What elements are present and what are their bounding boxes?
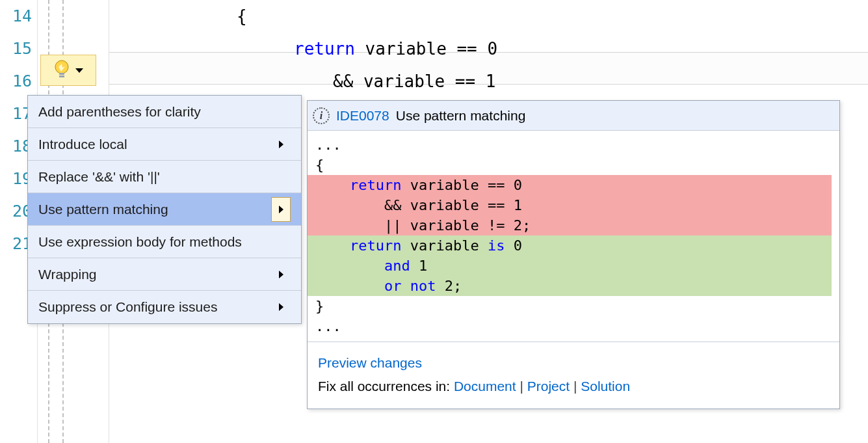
diff-context: ... [315,137,341,153]
diagnostic-id-link[interactable]: IDE0078 [336,108,389,124]
code-token: variable == 0 [355,39,497,59]
fix-preview-panel: i IDE0078 Use pattern matching ... { ret… [307,100,840,409]
preview-changes-link[interactable]: Preview changes [318,355,422,370]
fix-solution-link[interactable]: Solution [581,379,630,394]
lightbulb-quick-actions-button[interactable] [40,55,96,86]
menu-item-use-expression-body[interactable]: Use expression body for methods [28,226,301,258]
separator: | [516,379,527,394]
menu-item-replace-and-or[interactable]: Replace '&&' with '||' [28,161,301,193]
menu-item-label: Replace '&&' with '||' [38,169,160,185]
preview-footer: Preview changes Fix all occurrences in: … [308,342,839,409]
svg-rect-1 [59,73,64,75]
submenu-arrow-icon [271,132,291,157]
diagnostic-title: Use pattern matching [396,108,526,124]
info-icon: i [313,107,330,124]
separator: | [570,379,581,394]
menu-item-label: Add parentheses for clarity [38,104,201,120]
diff-added-line: return variable is 0 and 1 or not 2; [308,235,832,296]
line-number: 14 [0,0,37,33]
preview-header: i IDE0078 Use pattern matching [308,101,839,131]
lightbulb-icon [53,60,70,81]
line-number: 16 [0,65,37,98]
menu-item-suppress-configure[interactable]: Suppress or Configure issues [28,291,301,323]
code-token: && variable == 1 [333,72,495,91]
diff-preview: ... { return variable == 0 && variable =… [308,131,839,342]
diff-context: } [315,298,324,314]
menu-item-introduce-local[interactable]: Introduce local [28,128,301,161]
submenu-arrow-icon [271,197,291,222]
menu-item-label: Wrapping [38,267,97,282]
diff-removed-line: return variable == 0 && variable == 1 ||… [308,175,832,235]
menu-item-label: Suppress or Configure issues [38,299,217,315]
submenu-arrow-icon [271,262,291,287]
code-keyword: return [294,39,355,59]
quick-actions-menu: Add parentheses for clarity Introduce lo… [27,95,302,324]
line-number: 15 [0,33,37,65]
menu-item-use-pattern-matching[interactable]: Use pattern matching [28,193,301,226]
svg-rect-2 [59,75,64,77]
chevron-down-icon [75,68,83,73]
menu-item-add-parentheses[interactable]: Add parentheses for clarity [28,96,301,128]
menu-item-label: Introduce local [38,137,127,152]
menu-item-wrapping[interactable]: Wrapping [28,258,301,291]
code-token: { [237,7,247,26]
menu-item-label: Use pattern matching [38,202,168,217]
diff-context: ... [315,318,341,334]
diff-context: { [315,157,324,173]
fix-all-label: Fix all occurrences in: [318,379,454,394]
submenu-arrow-icon [271,295,291,319]
fix-project-link[interactable]: Project [527,379,570,394]
menu-item-label: Use expression body for methods [38,234,242,250]
fix-document-link[interactable]: Document [454,379,516,394]
